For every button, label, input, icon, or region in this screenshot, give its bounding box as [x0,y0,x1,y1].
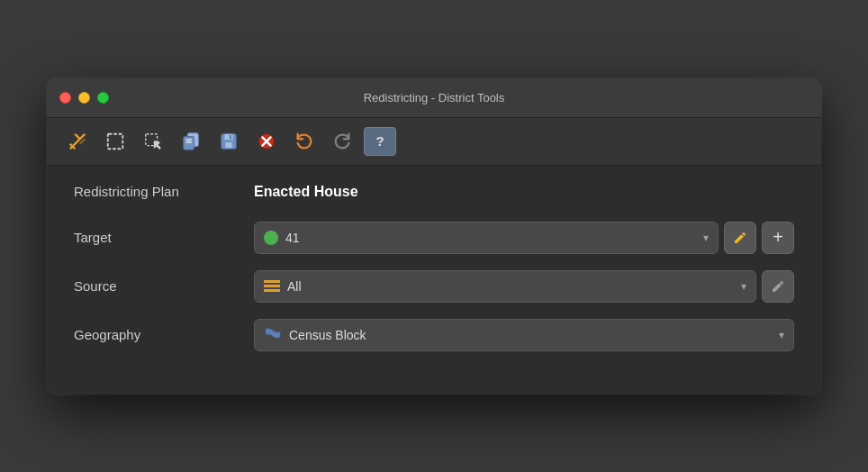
svg-rect-12 [225,141,231,147]
target-label: Target [74,230,254,245]
plan-row: Redistricting Plan Enacted House [74,184,794,200]
help-button[interactable]: ? [364,127,396,156]
minimize-button[interactable] [78,92,90,104]
lasso-tool-button[interactable] [99,127,131,156]
cancel-button[interactable] [250,127,283,156]
geography-row: Geography Census Block ▾ [74,319,794,351]
target-edit-button[interactable] [724,222,756,254]
toolbar: ? [47,118,821,166]
edit-pencil-icon [733,231,747,245]
geography-label: Geography [74,327,254,342]
help-icon: ? [375,133,384,149]
svg-line-2 [75,133,80,139]
target-select[interactable]: 41 ▾ [254,222,719,254]
geography-icon [264,326,282,344]
close-button[interactable] [59,92,71,104]
undo-button[interactable] [288,127,321,156]
window-title: Redistricting - District Tools [364,91,505,104]
plan-label: Redistricting Plan [74,184,254,199]
titlebar: Redistricting - District Tools [47,78,821,118]
svg-rect-7 [184,136,194,150]
maximize-button[interactable] [97,92,109,104]
svg-rect-13 [230,134,231,139]
arrow-tool-button[interactable] [137,127,169,156]
source-edit-button[interactable] [762,270,794,303]
source-chevron-icon: ▾ [741,280,746,293]
source-label: Source [74,278,254,294]
target-add-button[interactable]: + [762,222,794,254]
svg-line-3 [80,139,86,144]
svg-rect-11 [224,133,232,139]
source-pencil-icon [771,279,785,294]
source-lines-icon [264,280,280,292]
target-select-wrapper: 41 ▾ [254,222,719,254]
source-select-wrapper: All ▾ [254,270,756,303]
target-color-icon [264,231,278,245]
source-row: Source All ▾ [74,270,794,303]
traffic-lights [59,92,109,104]
add-icon: + [773,227,783,248]
main-window: Redistricting - District Tools [47,78,821,395]
ribbon-icon [264,326,282,340]
geography-select-wrapper: Census Block ▾ [254,319,794,351]
geography-chevron-icon: ▾ [779,329,784,341]
geography-select[interactable]: Census Block ▾ [254,319,794,351]
target-value: 41 [285,231,300,245]
svg-rect-4 [108,133,123,149]
save-button[interactable] [212,127,245,156]
target-chevron-icon: ▾ [703,231,709,244]
content-area: Redistricting Plan Enacted House Target … [47,166,821,395]
copy-button[interactable] [175,127,207,156]
target-row: Target 41 ▾ + [74,222,794,254]
source-select[interactable]: All ▾ [254,270,756,303]
geography-value: Census Block [289,328,366,342]
selector-tool-button[interactable] [61,127,94,156]
plan-value: Enacted House [254,184,358,200]
redo-button[interactable] [326,127,358,156]
source-value: All [287,279,302,294]
